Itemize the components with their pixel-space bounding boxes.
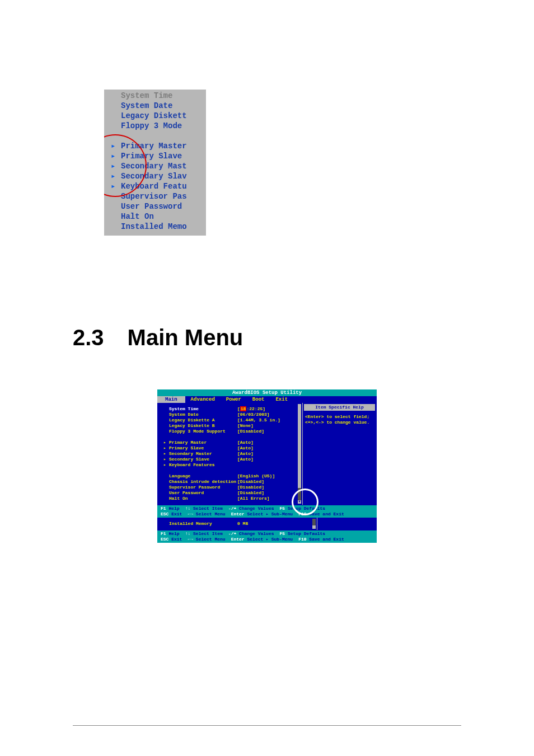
footer-key: ←→ Select Menu xyxy=(188,537,225,542)
crop-line: Secondary Slav xyxy=(111,171,187,181)
bios-row[interactable]: Halt On[All Errors] xyxy=(163,496,299,501)
bios-help-pane: Item Specific Help <Enter> to select fie… xyxy=(302,403,376,505)
footer-key: F10 Save and Exit xyxy=(298,511,344,517)
bios-left-pane-2: Installed Memory 0 MB xyxy=(158,518,317,530)
crop-inner: System TimeSystem DateLegacy DiskettFlop… xyxy=(104,90,206,236)
page-footer xyxy=(73,725,461,729)
bios-row[interactable]: Chassis intrude detection[Disabled] xyxy=(163,479,299,485)
footer-key: ↑↓ Select Item xyxy=(185,531,223,537)
help-line-1: <Enter> to select field; xyxy=(303,414,376,420)
bios-left-pane: System Time[18:22:25]System Date[06/03/2… xyxy=(158,403,302,505)
bios-tab-main[interactable]: Main xyxy=(157,396,185,403)
bios-row[interactable]: Supervisor Password[Disabled] xyxy=(163,485,299,490)
installed-memory-label: Installed Memory xyxy=(169,521,237,527)
bios-row[interactable]: Secondary Master[Auto] xyxy=(163,451,299,457)
footer-key: Enter Select ▸ Sub-Menu xyxy=(231,511,293,517)
crop-line: User Password xyxy=(111,201,187,212)
footer-key: Enter Select ▸ Sub-Menu xyxy=(231,537,293,542)
crop-line: Legacy Diskett xyxy=(111,111,187,121)
bios-row[interactable]: System Time[18:22:25] xyxy=(163,406,299,412)
bios-row[interactable]: Secondary Slave[Auto] xyxy=(163,457,299,462)
footer-key: F10 Save and Exit xyxy=(298,537,344,542)
bios-footer-1: F1 Help↑↓ Select Item-/+ Change ValuesF5… xyxy=(157,505,377,518)
section-heading: 2.3Main Menu xyxy=(73,325,461,350)
bios-row[interactable]: Floppy 3 Mode Support[Disabled] xyxy=(163,429,299,434)
bios-tab-advanced[interactable]: Advanced xyxy=(185,396,221,403)
footer-key: ↑↓ Select Item xyxy=(185,506,223,511)
footer-key: F1 Help xyxy=(161,531,180,537)
bios-tab-boot[interactable]: Boot xyxy=(247,396,270,403)
crop-line: Primary Slave xyxy=(111,151,187,161)
footer-key: F1 Help xyxy=(161,506,180,511)
bios-row[interactable]: Primary Slave[Auto] xyxy=(163,445,299,451)
bios-title-bar: AwardBIOS Setup Utility xyxy=(157,389,377,396)
crop-line: Floppy 3 Mode xyxy=(111,121,187,131)
bios-tab-power[interactable]: Power xyxy=(221,396,247,403)
footer-key: ←→ Select Menu xyxy=(188,511,225,517)
bios-row[interactable]: Primary Master[Auto] xyxy=(163,440,299,445)
installed-memory-value: 0 MB xyxy=(237,521,313,527)
footer-key: ESC Exit xyxy=(161,537,182,542)
bios-crop-image: System TimeSystem DateLegacy DiskettFlop… xyxy=(104,90,206,236)
footer-key: F5 Setup Defaults xyxy=(280,506,326,511)
bios-help-pane-2 xyxy=(317,518,376,530)
bios-row[interactable]: User Password[Disabled] xyxy=(163,490,299,496)
bios-body: System Time[18:22:25]System Date[06/03/2… xyxy=(157,403,377,505)
installed-memory-row: Installed Memory 0 MB xyxy=(169,520,313,528)
bios-row[interactable]: Legacy Diskette A[1.44M, 3.5 in.] xyxy=(163,417,299,423)
bios-tabs: MainAdvancedPowerBootExit xyxy=(157,396,377,403)
bios-footer-2: F1 Help↑↓ Select Item-/+ Change ValuesF5… xyxy=(157,530,377,543)
crop-line: Keyboard Featu xyxy=(111,181,187,191)
section-number: 2.3 xyxy=(73,325,104,350)
section-title: Main Menu xyxy=(128,325,243,350)
scrollbar-thumb[interactable] xyxy=(298,404,301,488)
bios-row[interactable]: Legacy Diskette B[None] xyxy=(163,423,299,429)
footer-key: F5 Setup Defaults xyxy=(280,531,326,537)
scroll-down-arrow[interactable]: ▼ xyxy=(298,500,301,504)
bios-body-2: Installed Memory 0 MB xyxy=(157,518,377,530)
help-line-2: <+>,<-> to change value. xyxy=(303,420,376,425)
crop-line: Secondary Mast xyxy=(111,161,187,171)
bios-row[interactable]: Language[English (US)] xyxy=(163,473,299,479)
crop-line: Halt On xyxy=(111,212,187,222)
help-title: Item Specific Help xyxy=(303,404,376,411)
bios-row[interactable]: System Date[06/03/2003] xyxy=(163,412,299,417)
bios-row[interactable]: Keyboard Features xyxy=(163,462,299,468)
footer-key: -/+ Change Values xyxy=(228,506,274,511)
footer-key: -/+ Change Values xyxy=(228,531,274,537)
crop-line: System Date xyxy=(111,101,187,111)
crop-line: Supervisor Pas xyxy=(111,191,187,201)
crop-line: System Time xyxy=(111,91,187,101)
scrollbar-thumb-2[interactable] xyxy=(312,525,316,529)
crop-line: Primary Master xyxy=(111,141,187,151)
footer-divider xyxy=(73,725,461,726)
bios-tab-exit[interactable]: Exit xyxy=(270,396,293,403)
bios-screenshot: AwardBIOS Setup Utility MainAdvancedPowe… xyxy=(157,389,377,543)
crop-line: Installed Memo xyxy=(111,222,187,232)
footer-key: ESC Exit xyxy=(161,511,182,517)
